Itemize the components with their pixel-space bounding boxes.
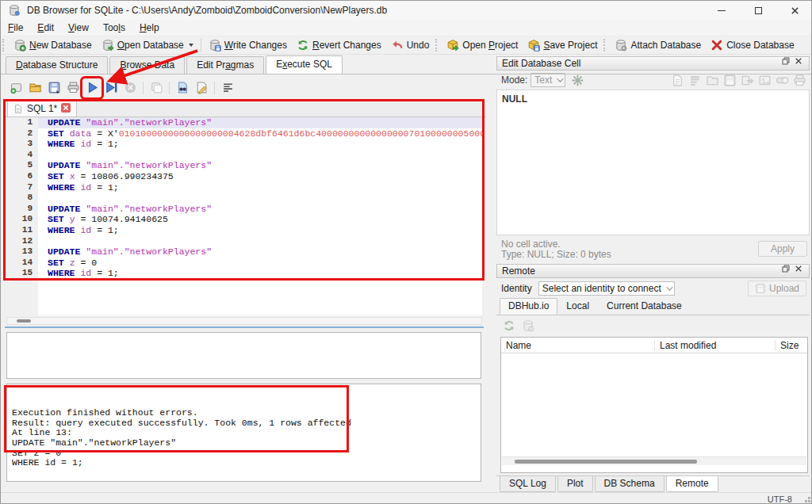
tab-edit-pragmas[interactable]: Edit Pragmas (186, 56, 264, 74)
save-sql-file-button[interactable] (45, 79, 63, 97)
toolbar-separator (201, 38, 201, 52)
new-database-icon (13, 39, 26, 52)
close-dock-button[interactable] (795, 58, 806, 69)
toolbar-drag-handle[interactable] (603, 39, 608, 52)
table-horizontal-scrollbar[interactable] (502, 456, 806, 465)
identity-select[interactable]: Select an identity to connect (538, 281, 675, 296)
scrollbar-handle[interactable] (17, 319, 31, 323)
print-button[interactable] (64, 79, 82, 97)
attach-database-button[interactable]: Attach Database (610, 37, 706, 53)
apply-button[interactable]: Apply (758, 241, 807, 257)
editor-horizontal-scrollbar[interactable] (6, 317, 482, 325)
tab-database-structure[interactable]: Database Structure (6, 56, 108, 74)
remote-tab-bar: DBHub.io Local Current Database (496, 299, 810, 315)
resize-grip[interactable] (808, 500, 810, 502)
column-name[interactable]: Name (501, 340, 655, 351)
code-line[interactable]: 6SET x = 10806.990234375 (6, 171, 482, 182)
sql-toolbar-separator (169, 82, 170, 94)
close-icon (791, 6, 799, 15)
chevron-down-icon (557, 75, 564, 82)
close-button[interactable] (776, 1, 812, 20)
code-line[interactable]: 10SET y = 10074.94140625 (6, 214, 482, 225)
close-database-button[interactable]: Close Database (706, 37, 799, 53)
code-line[interactable]: 2SET data = X'0101000000000000000004628d… (6, 128, 482, 139)
sql-editor-tab[interactable]: SQL 1* (7, 100, 77, 116)
float-dock-button[interactable] (782, 265, 793, 277)
sql-editor[interactable]: 1UPDATE "main"."networkPlayers"2SET data… (6, 117, 482, 315)
execute-all-button[interactable] (83, 79, 101, 97)
mode-select[interactable]: Text (530, 73, 565, 87)
code-line[interactable]: 15WHERE id = 1; (6, 268, 482, 279)
code-line[interactable]: 13UPDATE "main"."networkPlayers" (6, 246, 482, 258)
tab-db-schema[interactable]: DB Schema (595, 476, 665, 492)
menu-tools[interactable]: Tools (96, 21, 132, 35)
undo-button[interactable]: Undo (386, 37, 435, 53)
open-database-button[interactable]: Open Database (97, 37, 198, 53)
code-line[interactable]: 7WHERE id = 1; (6, 182, 482, 193)
menu-file[interactable]: File (1, 21, 30, 35)
encoding-indicator[interactable]: UTF-8 (768, 494, 792, 504)
tab-dbhub[interactable]: DBHub.io (500, 298, 557, 315)
code-line[interactable]: 4 (6, 150, 482, 161)
code-line[interactable]: 8 (6, 193, 482, 204)
toolbar-drag-handle[interactable] (435, 39, 440, 52)
log-line: UPDATE "main"."networkPlayers" (12, 438, 476, 449)
tab-current-database[interactable]: Current Database (598, 298, 691, 315)
open-sql-file-button[interactable] (26, 79, 44, 97)
code-line[interactable]: 9UPDATE "main"."networkPlayers" (6, 204, 482, 215)
write-changes-button[interactable]: Write Changes (204, 37, 292, 53)
revert-changes-button[interactable]: Revert Changes (292, 37, 386, 53)
export-icon[interactable] (741, 74, 754, 87)
menu-edit[interactable]: Edit (30, 21, 61, 35)
stop-execution-button[interactable] (121, 79, 139, 97)
execute-current-line-button[interactable] (102, 79, 120, 97)
document-icon[interactable] (671, 74, 684, 87)
save-project-button[interactable]: Save Project (523, 37, 602, 53)
column-last-modified[interactable]: Last modified (655, 340, 776, 351)
float-dock-button[interactable] (782, 58, 793, 69)
tab-plot[interactable]: Plot (557, 476, 593, 492)
cell-editor-area[interactable]: NULL (496, 90, 810, 235)
refresh-icon[interactable] (503, 319, 515, 332)
tab-remote[interactable]: Remote (666, 476, 718, 492)
print-cell-icon[interactable] (793, 74, 806, 87)
open-project-button[interactable]: Open Project (442, 37, 523, 53)
close-dock-button[interactable] (795, 265, 806, 277)
export-results-button[interactable] (147, 79, 165, 97)
minimize-button[interactable] (703, 1, 740, 20)
tab-sql-log[interactable]: SQL Log (500, 476, 556, 492)
code-line[interactable]: 14SET z = 0 (6, 258, 482, 269)
toolbar-drag-handle[interactable] (2, 39, 7, 52)
set-null-icon[interactable] (776, 74, 789, 87)
image-icon[interactable] (758, 74, 772, 87)
tab-local[interactable]: Local (557, 298, 598, 315)
code-line[interactable]: 3WHERE id = 1; (6, 139, 482, 150)
find-replace-button[interactable] (174, 79, 191, 97)
export-file-icon[interactable] (723, 74, 737, 87)
find-icon (176, 81, 190, 94)
upload-button[interactable]: Upload (748, 281, 806, 296)
clone-database-icon[interactable] (522, 319, 534, 332)
new-database-button[interactable]: New Database (9, 37, 97, 53)
scrollbar-handle[interactable] (515, 460, 697, 464)
import-file-icon[interactable] (706, 74, 719, 87)
menu-help[interactable]: Help (132, 21, 167, 35)
panel-splitter[interactable] (5, 326, 484, 328)
maximize-button[interactable] (740, 1, 776, 20)
word-wrap-icon[interactable] (688, 74, 702, 87)
close-sql-tab-button[interactable] (61, 103, 71, 115)
column-size[interactable]: Size (776, 340, 807, 351)
format-sql-button[interactable] (219, 79, 236, 97)
code-line[interactable]: 11WHERE id = 1; (6, 225, 482, 236)
close-database-icon (710, 39, 723, 52)
open-database-dropdown-icon[interactable] (189, 44, 193, 47)
tab-execute-sql[interactable]: Execute SQL (266, 55, 343, 74)
execute-line-icon (105, 81, 118, 94)
open-external-editor-button[interactable] (193, 79, 210, 97)
code-line[interactable]: 12 (6, 236, 482, 247)
new-sql-tab-button[interactable] (7, 79, 25, 97)
code-line[interactable]: 5UPDATE "main"."networkPlayers" (6, 160, 482, 171)
code-line[interactable]: 1UPDATE "main"."networkPlayers" (6, 117, 482, 128)
tab-browse-data[interactable]: Browse Data (109, 56, 185, 74)
menu-view[interactable]: View (61, 21, 96, 35)
